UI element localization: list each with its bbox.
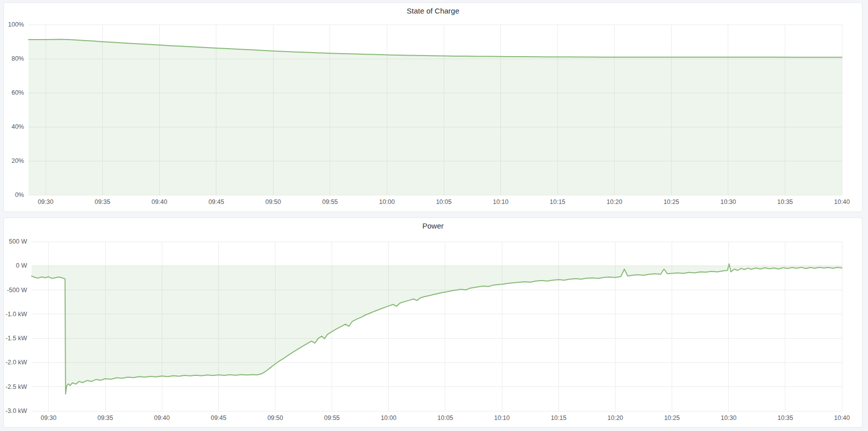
y-axis-tick-label: 0% <box>15 191 24 198</box>
y-axis-tick-label: -1.0 kW <box>6 311 27 318</box>
series-area <box>29 40 842 195</box>
x-axis-tick-label: 09:35 <box>95 198 110 205</box>
y-axis-tick-label: -3.0 kW <box>6 407 27 414</box>
x-axis-tick-label: 10:10 <box>494 414 509 421</box>
panel-state-of-charge: State of Charge 0%20%40%60%80%100%09:300… <box>4 3 862 212</box>
y-axis-tick-label: -1.5 kW <box>6 335 27 342</box>
y-axis-tick-label: 20% <box>12 157 24 164</box>
x-axis-tick-label: 10:35 <box>777 198 793 205</box>
panel-power: Power -3.0 kW-2.5 kW-2.0 kW-1.5 kW-1.0 k… <box>4 218 862 427</box>
x-axis-tick-label: 10:30 <box>720 198 736 205</box>
state-of-charge-chart[interactable]: 0%20%40%60%80%100%09:3009:3509:4009:4509… <box>4 18 862 211</box>
x-axis-tick-label: 10:05 <box>437 414 453 421</box>
x-axis-tick-label: 09:45 <box>211 414 226 421</box>
x-axis-tick-label: 10:25 <box>664 198 679 205</box>
panel-title-state-of-charge[interactable]: State of Charge <box>4 3 862 18</box>
y-axis-tick-label: -2.0 kW <box>6 359 27 366</box>
x-axis-tick-label: 09:45 <box>208 198 224 205</box>
panel-title-power[interactable]: Power <box>4 218 862 233</box>
x-axis-tick-label: 09:50 <box>267 414 283 421</box>
y-axis-tick-label: 0 W <box>16 262 27 269</box>
x-axis-tick-label: 09:50 <box>265 198 281 205</box>
x-axis-tick-label: 10:20 <box>607 198 622 205</box>
y-axis-tick-label: 500 W <box>9 238 27 245</box>
series-area <box>32 264 842 394</box>
x-axis-tick-label: 09:30 <box>38 198 53 205</box>
x-axis-tick-label: 10:05 <box>436 198 451 205</box>
x-axis-tick-label: 09:55 <box>322 198 338 205</box>
x-axis-tick-label: 09:40 <box>154 414 170 421</box>
y-axis-tick-label: -2.5 kW <box>6 383 27 390</box>
x-axis-tick-label: 10:15 <box>550 198 565 205</box>
x-axis-tick-label: 10:40 <box>834 414 849 421</box>
x-axis-tick-label: 09:40 <box>152 198 167 205</box>
y-axis-tick-label: 80% <box>12 55 24 62</box>
x-axis-tick-label: 10:15 <box>551 414 566 421</box>
x-axis-tick-label: 10:10 <box>493 198 508 205</box>
x-axis-tick-label: 10:35 <box>777 414 793 421</box>
x-axis-tick-label: 10:20 <box>608 414 623 421</box>
power-chart[interactable]: -3.0 kW-2.5 kW-2.0 kW-1.5 kW-1.0 kW-500 … <box>4 233 862 427</box>
y-axis-tick-label: 40% <box>12 123 24 130</box>
y-axis-tick-label: 60% <box>12 89 24 96</box>
x-axis-tick-label: 09:30 <box>41 414 56 421</box>
dashboard: State of Charge 0%20%40%60%80%100%09:300… <box>0 0 868 431</box>
x-axis-tick-label: 09:55 <box>324 414 340 421</box>
x-axis-tick-label: 10:00 <box>381 414 396 421</box>
x-axis-tick-label: 09:35 <box>97 414 113 421</box>
x-axis-tick-label: 10:40 <box>834 198 849 205</box>
y-axis-tick-label: 100% <box>8 21 24 28</box>
x-axis-tick-label: 10:25 <box>664 414 680 421</box>
y-axis-tick-label: -500 W <box>7 287 27 294</box>
x-axis-tick-label: 10:00 <box>379 198 395 205</box>
x-axis-tick-label: 10:30 <box>721 414 736 421</box>
